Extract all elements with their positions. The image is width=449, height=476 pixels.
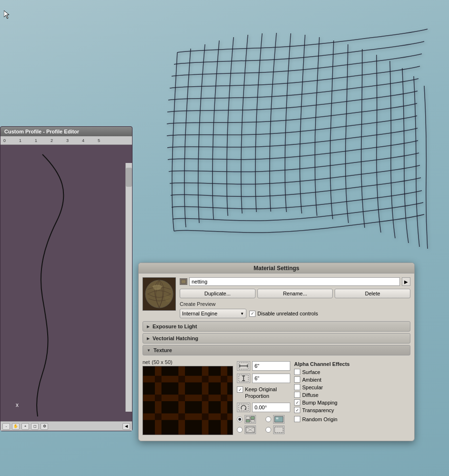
ruler-numbers: 0 1 1 2 3 4 5 [3, 138, 100, 143]
3d-mesh-preview: /* placeholder */ [133, 10, 449, 267]
random-origin-checkbox[interactable] [294, 416, 300, 422]
duplicate-button[interactable]: Duplicate... [180, 289, 255, 298]
svg-rect-16 [178, 376, 185, 383]
texture-triangle: ▼ [147, 348, 151, 353]
fit-button[interactable]: ◻ [31, 423, 39, 430]
svg-rect-20 [178, 395, 185, 401]
svg-rect-37 [246, 416, 250, 419]
alpha-specular-checkbox[interactable] [294, 384, 300, 390]
delete-button[interactable]: Delete [335, 289, 410, 298]
radio-row-4 [265, 425, 290, 434]
texture-width-input[interactable] [252, 361, 290, 371]
texture-rotation-row [237, 403, 290, 412]
svg-text:x: x [16, 402, 19, 408]
texture-net-label: net [143, 359, 150, 365]
zoom-in-button[interactable]: + [21, 423, 29, 430]
texture-height-input[interactable] [252, 374, 290, 383]
profile-editor-canvas[interactable]: x [0, 145, 132, 421]
alpha-ambient-label: Ambient [302, 377, 321, 383]
svg-rect-24 [178, 414, 185, 420]
zoom-out-button[interactable]: - [2, 423, 10, 430]
alpha-surface-checkbox[interactable] [294, 369, 300, 375]
alpha-diffuse-checkbox[interactable] [294, 392, 300, 398]
scroll-left-button[interactable]: ◀ [122, 423, 130, 430]
rename-button[interactable]: Rename... [257, 289, 333, 298]
texture-radio-4[interactable] [265, 427, 271, 433]
vectorial-label: Vectorial Hatching [153, 335, 198, 341]
exposure-triangle: ▶ [147, 324, 150, 329]
radio-row-1 [237, 415, 262, 424]
profile-editor-titlebar: Custom Profile - Profile Editor [0, 127, 132, 136]
alpha-specular-label: Specular [302, 385, 323, 390]
disable-unrelated-row: ✓ Disable unrelated controls [249, 311, 318, 317]
texture-section-header[interactable]: ▼ Texture [143, 345, 410, 355]
material-buttons-row: Duplicate... Rename... Delete [180, 289, 410, 298]
texture-radio-icon-4 [273, 425, 285, 434]
texture-width-row [237, 361, 290, 371]
texture-radio-icon-1 [245, 415, 256, 424]
texture-height-row [237, 374, 290, 383]
alpha-bump-checkbox[interactable]: ✓ [294, 399, 300, 405]
texture-height-icon [237, 374, 250, 383]
exposure-label: Exposure to Light [153, 324, 197, 329]
alpha-channel-title: Alpha Channel Effects [294, 361, 410, 367]
svg-rect-25 [202, 414, 209, 420]
svg-rect-19 [155, 395, 162, 401]
options-button[interactable]: ⚙ [41, 423, 48, 430]
keep-proportion-checkbox[interactable]: ✓ [237, 386, 243, 393]
disable-unrelated-label: Disable unrelated controls [257, 311, 318, 316]
vectorial-section-row[interactable]: ▶ Vectorial Hatching [143, 333, 410, 344]
alpha-surface-row: Surface [294, 369, 410, 375]
create-preview-label: Create Preview [180, 301, 215, 307]
material-settings-titlebar: Material Settings [139, 263, 414, 273]
svg-rect-22 [221, 395, 227, 401]
svg-rect-38 [251, 416, 255, 419]
texture-radio-icon-2 [273, 415, 285, 424]
material-preview-thumbnail [143, 277, 176, 311]
svg-rect-17 [202, 376, 209, 383]
svg-rect-35 [239, 404, 248, 411]
texture-rotation-input[interactable] [252, 403, 290, 412]
texture-radio-2[interactable] [265, 416, 271, 422]
material-nav-arrow[interactable]: ▶ [402, 277, 410, 286]
texture-middle-controls: ✓ Keep OriginalProportion [237, 359, 290, 435]
texture-radio-group [237, 415, 290, 434]
keep-proportion-row: ✓ Keep OriginalProportion [237, 386, 290, 400]
texture-net-thumbnail [143, 366, 233, 435]
texture-net-size: (50 x 50) [152, 359, 172, 365]
texture-body: net (50 x 50) [143, 357, 410, 437]
svg-rect-41 [275, 416, 283, 422]
hand-tool-button[interactable]: ✋ [12, 423, 20, 430]
material-name-row: ▶ [180, 277, 410, 286]
disable-unrelated-checkbox[interactable]: ✓ [249, 311, 255, 317]
profile-editor-title: Custom Profile - Profile Editor [4, 129, 79, 134]
profile-editor-scrollbar[interactable] [125, 163, 132, 412]
svg-rect-26 [221, 414, 227, 420]
engine-select[interactable]: Internal Engine ▼ [180, 309, 246, 318]
alpha-specular-row: Specular [294, 384, 410, 390]
exposure-section-row[interactable]: ▶ Exposure to Light [143, 321, 410, 332]
alpha-ambient-row: Ambient [294, 376, 410, 383]
material-settings-body: ▶ Duplicate... Rename... Delete Create P… [139, 273, 414, 441]
alpha-channel-panel: Alpha Channel Effects Surface Ambient Sp… [294, 359, 410, 435]
alpha-transparency-row: ✓ Transparency [294, 407, 410, 413]
radio-row-2 [265, 415, 290, 424]
svg-rect-23 [155, 414, 162, 420]
alpha-transparency-label: Transparency [302, 407, 334, 413]
create-preview-row: Create Preview [180, 301, 410, 307]
texture-radio-1[interactable] [237, 416, 243, 422]
svg-rect-1 [4, 145, 128, 421]
svg-rect-39 [246, 420, 250, 422]
material-settings-title: Material Settings [254, 265, 299, 272]
random-origin-row: Random Origin [294, 416, 410, 422]
texture-radio-3[interactable] [237, 427, 243, 433]
alpha-ambient-checkbox[interactable] [294, 376, 300, 383]
svg-rect-15 [155, 376, 162, 383]
svg-rect-42 [276, 417, 278, 419]
alpha-diffuse-row: Diffuse [294, 392, 410, 398]
random-origin-label: Random Origin [302, 416, 337, 422]
alpha-transparency-checkbox[interactable]: ✓ [294, 407, 300, 413]
material-name-input[interactable] [189, 277, 400, 286]
texture-radio-icon-3 [245, 425, 256, 434]
svg-rect-6 [181, 280, 186, 284]
